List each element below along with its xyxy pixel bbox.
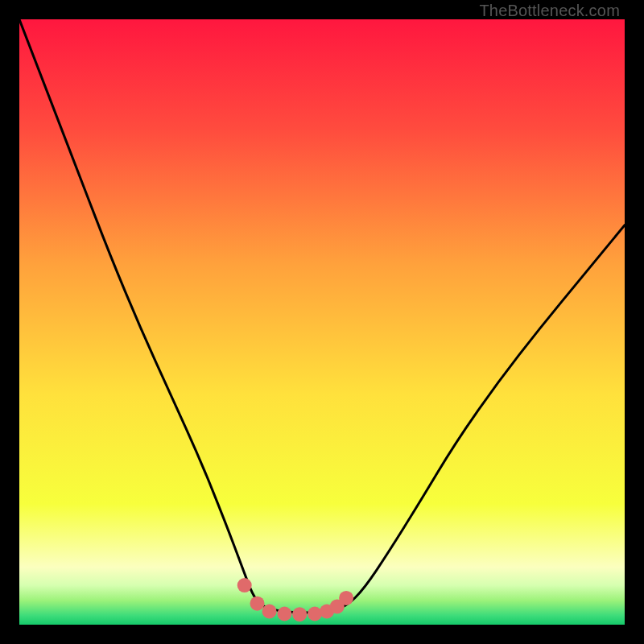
chart-frame <box>19 19 625 625</box>
valley-marker <box>237 578 252 592</box>
valley-marker <box>277 607 291 621</box>
valley-marker <box>250 597 265 611</box>
valley-marker <box>308 607 322 621</box>
attribution-label: TheBottleneck.com <box>479 2 620 20</box>
bottleneck-chart <box>19 19 625 625</box>
gradient-background <box>19 19 625 625</box>
valley-marker <box>292 607 307 621</box>
valley-marker <box>339 591 353 605</box>
valley-marker <box>262 605 277 619</box>
